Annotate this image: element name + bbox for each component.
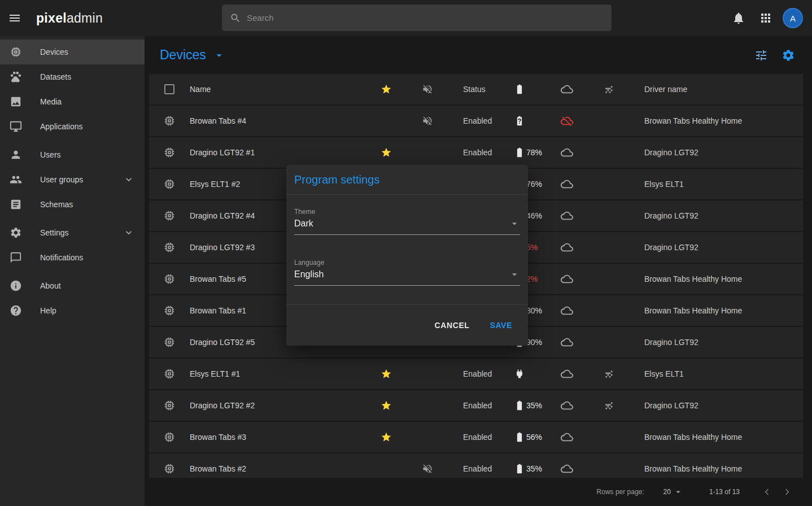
- select-all-checkbox[interactable]: [164, 84, 174, 94]
- device-chip-icon: [163, 241, 176, 254]
- sidebar-item-users[interactable]: Users: [0, 142, 145, 167]
- sidebar-item-label: Help: [40, 306, 56, 315]
- filter-tune-button[interactable]: [751, 45, 771, 66]
- device-chip-icon: [163, 431, 176, 443]
- rows-per-page-value: 20: [663, 488, 671, 496]
- device-chip-icon: [163, 336, 176, 348]
- sidebar-item-help[interactable]: Help: [0, 298, 145, 323]
- device-chip-icon: [163, 273, 176, 285]
- sidebar-item-schemas[interactable]: Schemas: [0, 192, 145, 217]
- grain-icon: [604, 369, 614, 380]
- device-driver: Browan Tabs Healthy Home: [634, 453, 803, 478]
- battery-unknown-icon: [514, 115, 525, 127]
- save-button[interactable]: SAVE: [483, 316, 519, 334]
- image-icon: [9, 95, 23, 108]
- sidebar-item-label: Users: [40, 150, 61, 159]
- sidebar-item-devices[interactable]: Devices: [0, 40, 145, 64]
- logo-bold: pixel: [36, 11, 67, 25]
- tune-icon: [754, 49, 768, 62]
- sidebar-item-notifications[interactable]: Notifications: [0, 245, 145, 270]
- sidebar-item-label: Settings: [40, 228, 69, 237]
- column-header-battery-icon: [514, 84, 525, 95]
- person-icon: [9, 149, 23, 161]
- help-icon: [9, 304, 23, 317]
- sidebar-item-datasets[interactable]: Datasets: [0, 64, 145, 89]
- next-page-button[interactable]: [777, 482, 797, 502]
- device-status: Enabled: [452, 453, 502, 478]
- memory-icon: [9, 46, 23, 58]
- sidebar-item-label: About: [40, 281, 61, 290]
- hamburger-menu-button[interactable]: [5, 8, 25, 28]
- language-select[interactable]: Language English: [294, 259, 520, 286]
- column-header-cloud-icon: [561, 83, 573, 95]
- device-chip-icon: [163, 368, 176, 380]
- table-row[interactable]: Elsys ELT1 #1EnabledElsys ELT1: [149, 359, 803, 389]
- apps-grid-button[interactable]: [756, 8, 776, 28]
- sidebar-nav: DevicesDatasetsMediaApplicationsUsersUse…: [0, 40, 145, 323]
- table-settings-button[interactable]: [778, 45, 798, 66]
- device-chip-icon: [163, 115, 176, 127]
- applications-icon: [9, 120, 23, 133]
- notifications-bell-button[interactable]: [728, 8, 749, 28]
- sidebar-item-user-groups[interactable]: User groups: [0, 167, 145, 192]
- rows-per-page-select[interactable]: 20: [663, 487, 683, 497]
- column-header-name: Name: [190, 74, 369, 104]
- table-row[interactable]: Dragino LGT92 #1Enabled78%Dragino LGT92: [149, 137, 803, 168]
- device-chip-icon: [163, 304, 176, 317]
- caret-down-icon: [673, 487, 683, 497]
- program-settings-dialog: Program settings Theme Dark Language Eng…: [286, 165, 528, 346]
- chevron-down-icon: [122, 174, 136, 185]
- volume-off-icon: [422, 115, 433, 127]
- device-driver: Browan Tabs Healthy Home: [634, 106, 803, 136]
- cloud-icon: [561, 146, 573, 159]
- column-header-status: Status: [452, 74, 502, 104]
- device-name: Dragino LGT92 #1: [190, 137, 369, 168]
- device-status: Enabled: [452, 137, 502, 168]
- dialog-body: Theme Dark Language English: [286, 195, 528, 304]
- cloud-icon: [561, 273, 573, 285]
- column-header-grain-icon: [604, 84, 614, 95]
- device-chip-icon: [163, 463, 176, 475]
- cancel-button[interactable]: CANCEL: [428, 316, 477, 334]
- battery-percent: 35%: [526, 401, 542, 410]
- paw-icon: [9, 71, 23, 83]
- sidebar-item-label: User groups: [40, 175, 83, 184]
- device-driver: Dragino LGT92: [634, 232, 803, 263]
- star-icon: [381, 400, 392, 411]
- star-icon: [381, 431, 392, 443]
- topbar: pixeladmin A: [0, 0, 812, 36]
- column-header-driver: Driver name: [634, 74, 803, 104]
- cloud-icon: [561, 336, 573, 348]
- sidebar: DevicesDatasetsMediaApplicationsUsersUse…: [0, 36, 145, 506]
- cloud-icon: [561, 431, 573, 443]
- battery-percent: 2%: [526, 274, 538, 283]
- chat-icon: [9, 251, 23, 264]
- device-status: Enabled: [452, 422, 502, 452]
- previous-page-button[interactable]: [757, 482, 777, 502]
- device-driver: Browan Tabs Healthy Home: [634, 264, 803, 294]
- sidebar-item-settings[interactable]: Settings: [0, 220, 145, 245]
- table-row[interactable]: Browan Tabs #4EnabledBrowan Tabs Healthy…: [149, 106, 803, 136]
- battery-icon: [514, 147, 525, 158]
- global-search: [222, 5, 612, 31]
- search-input[interactable]: [247, 13, 604, 23]
- sidebar-item-media[interactable]: Media: [0, 89, 145, 114]
- battery-percent: 90%: [526, 338, 542, 347]
- people-icon: [9, 173, 23, 186]
- device-driver: Browan Tabs Healthy Home: [634, 422, 803, 452]
- device-name: Elsys ELT1 #1: [190, 359, 369, 389]
- device-name: Dragino LGT92 #2: [190, 390, 369, 421]
- device-driver: Dragino LGT92: [634, 137, 803, 168]
- sidebar-item-applications[interactable]: Applications: [0, 114, 145, 139]
- page-title-dropdown-caret-icon[interactable]: [213, 49, 225, 62]
- battery-percent: 35%: [526, 464, 542, 473]
- table-pagination: Rows per page: 20 1-13 of 13: [145, 478, 812, 506]
- table-row[interactable]: Browan Tabs #3Enabled56%Browan Tabs Heal…: [149, 422, 803, 452]
- theme-select[interactable]: Theme Dark: [294, 208, 520, 235]
- table-row[interactable]: Dragino LGT92 #2Enabled35%Dragino LGT92: [149, 390, 803, 421]
- logo-light: admin: [67, 11, 103, 25]
- sidebar-item-about[interactable]: About: [0, 273, 145, 298]
- avatar[interactable]: A: [783, 8, 803, 28]
- table-row[interactable]: Browan Tabs #2Enabled35%Browan Tabs Heal…: [149, 453, 803, 478]
- battery-percent: 56%: [526, 433, 542, 442]
